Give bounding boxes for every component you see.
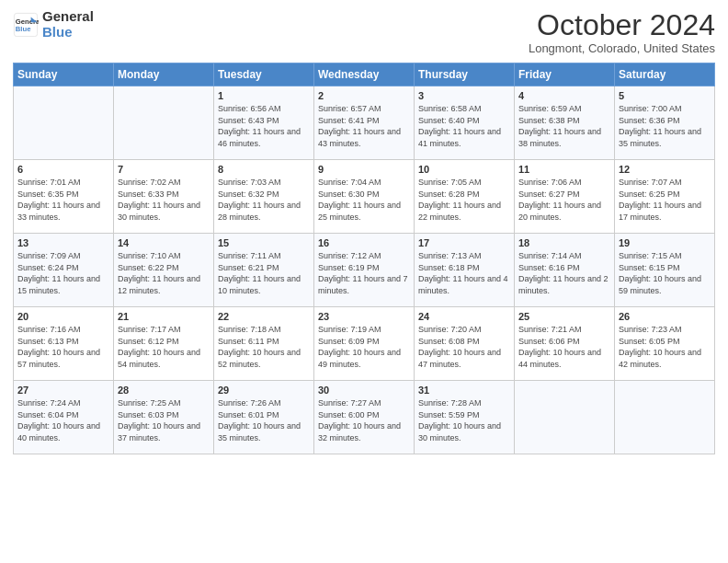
day-number: 3 — [418, 90, 510, 101]
calendar-cell: 30Sunrise: 7:27 AM Sunset: 6:00 PM Dayli… — [314, 381, 415, 454]
title-block: October 2024 Longmont, Colorado, United … — [529, 9, 715, 55]
header-thursday: Thursday — [415, 63, 515, 86]
day-info: Sunrise: 7:23 AM Sunset: 6:05 PM Dayligh… — [619, 324, 711, 370]
day-number: 21 — [118, 311, 210, 322]
day-info: Sunrise: 7:17 AM Sunset: 6:12 PM Dayligh… — [118, 324, 210, 370]
day-info: Sunrise: 7:19 AM Sunset: 6:09 PM Dayligh… — [318, 324, 410, 370]
day-info: Sunrise: 7:11 AM Sunset: 6:21 PM Dayligh… — [218, 250, 310, 296]
day-number: 5 — [619, 90, 711, 101]
logo-text: General Blue — [42, 9, 94, 40]
day-info: Sunrise: 6:58 AM Sunset: 6:40 PM Dayligh… — [418, 103, 510, 149]
day-info: Sunrise: 7:16 AM Sunset: 6:13 PM Dayligh… — [17, 324, 109, 370]
day-number: 8 — [218, 164, 310, 175]
day-number: 25 — [518, 311, 610, 322]
day-number: 26 — [619, 311, 711, 322]
calendar-table: Sunday Monday Tuesday Wednesday Thursday… — [13, 63, 715, 454]
header-saturday: Saturday — [615, 63, 715, 86]
calendar-cell: 29Sunrise: 7:26 AM Sunset: 6:01 PM Dayli… — [214, 381, 314, 454]
calendar-week-5: 27Sunrise: 7:24 AM Sunset: 6:04 PM Dayli… — [14, 381, 715, 454]
day-number: 27 — [17, 385, 109, 396]
day-number: 23 — [318, 311, 410, 322]
day-number: 6 — [17, 164, 109, 175]
day-number: 13 — [17, 237, 109, 248]
day-number: 18 — [518, 237, 610, 248]
day-number: 1 — [218, 90, 310, 101]
day-number: 24 — [418, 311, 510, 322]
day-info: Sunrise: 7:02 AM Sunset: 6:33 PM Dayligh… — [118, 177, 210, 223]
day-info: Sunrise: 7:01 AM Sunset: 6:35 PM Dayligh… — [17, 177, 109, 223]
day-info: Sunrise: 7:26 AM Sunset: 6:01 PM Dayligh… — [218, 397, 310, 443]
calendar-cell: 21Sunrise: 7:17 AM Sunset: 6:12 PM Dayli… — [114, 307, 214, 381]
day-number: 20 — [17, 311, 109, 322]
location-subtitle: Longmont, Colorado, United States — [529, 41, 715, 55]
day-info: Sunrise: 7:12 AM Sunset: 6:19 PM Dayligh… — [318, 250, 410, 296]
calendar-cell: 26Sunrise: 7:23 AM Sunset: 6:05 PM Dayli… — [615, 307, 715, 381]
calendar-cell: 20Sunrise: 7:16 AM Sunset: 6:13 PM Dayli… — [14, 307, 114, 381]
calendar-cell: 9Sunrise: 7:04 AM Sunset: 6:30 PM Daylig… — [314, 160, 415, 234]
calendar-week-2: 6Sunrise: 7:01 AM Sunset: 6:35 PM Daylig… — [14, 160, 715, 234]
day-info: Sunrise: 7:10 AM Sunset: 6:22 PM Dayligh… — [118, 250, 210, 296]
day-number: 12 — [619, 164, 711, 175]
day-number: 10 — [418, 164, 510, 175]
day-info: Sunrise: 7:18 AM Sunset: 6:11 PM Dayligh… — [218, 324, 310, 370]
calendar-cell: 24Sunrise: 7:20 AM Sunset: 6:08 PM Dayli… — [415, 307, 515, 381]
page-container: General Blue General Blue October 2024 L… — [0, 0, 728, 467]
calendar-cell: 17Sunrise: 7:13 AM Sunset: 6:18 PM Dayli… — [415, 234, 515, 307]
day-info: Sunrise: 7:27 AM Sunset: 6:00 PM Dayligh… — [318, 397, 410, 443]
calendar-cell: 8Sunrise: 7:03 AM Sunset: 6:32 PM Daylig… — [214, 160, 314, 234]
month-title: October 2024 — [529, 9, 715, 41]
calendar-cell: 27Sunrise: 7:24 AM Sunset: 6:04 PM Dayli… — [14, 381, 114, 454]
day-info: Sunrise: 6:56 AM Sunset: 6:43 PM Dayligh… — [218, 103, 310, 149]
calendar-cell: 22Sunrise: 7:18 AM Sunset: 6:11 PM Dayli… — [214, 307, 314, 381]
day-number: 2 — [318, 90, 410, 101]
header-friday: Friday — [515, 63, 615, 86]
header-tuesday: Tuesday — [214, 63, 314, 86]
day-info: Sunrise: 7:00 AM Sunset: 6:36 PM Dayligh… — [619, 103, 711, 149]
calendar-cell: 12Sunrise: 7:07 AM Sunset: 6:25 PM Dayli… — [615, 160, 715, 234]
calendar-cell: 25Sunrise: 7:21 AM Sunset: 6:06 PM Dayli… — [515, 307, 615, 381]
logo-icon: General Blue — [13, 12, 39, 38]
day-number: 7 — [118, 164, 210, 175]
day-number: 14 — [118, 237, 210, 248]
logo: General Blue General Blue — [13, 9, 94, 40]
calendar-cell — [114, 86, 214, 160]
day-number: 22 — [218, 311, 310, 322]
day-number: 19 — [619, 237, 711, 248]
day-number: 9 — [318, 164, 410, 175]
day-number: 15 — [218, 237, 310, 248]
svg-text:Blue: Blue — [16, 25, 31, 33]
day-info: Sunrise: 7:28 AM Sunset: 5:59 PM Dayligh… — [418, 397, 510, 443]
calendar-cell: 13Sunrise: 7:09 AM Sunset: 6:24 PM Dayli… — [14, 234, 114, 307]
day-info: Sunrise: 7:07 AM Sunset: 6:25 PM Dayligh… — [619, 177, 711, 223]
calendar-cell: 4Sunrise: 6:59 AM Sunset: 6:38 PM Daylig… — [515, 86, 615, 160]
day-number: 17 — [418, 237, 510, 248]
day-info: Sunrise: 7:21 AM Sunset: 6:06 PM Dayligh… — [518, 324, 610, 370]
day-number: 28 — [118, 385, 210, 396]
days-header-row: Sunday Monday Tuesday Wednesday Thursday… — [14, 63, 715, 86]
calendar-cell: 16Sunrise: 7:12 AM Sunset: 6:19 PM Dayli… — [314, 234, 415, 307]
calendar-cell: 11Sunrise: 7:06 AM Sunset: 6:27 PM Dayli… — [515, 160, 615, 234]
calendar-week-3: 13Sunrise: 7:09 AM Sunset: 6:24 PM Dayli… — [14, 234, 715, 307]
calendar-cell: 5Sunrise: 7:00 AM Sunset: 6:36 PM Daylig… — [615, 86, 715, 160]
day-info: Sunrise: 7:03 AM Sunset: 6:32 PM Dayligh… — [218, 177, 310, 223]
day-info: Sunrise: 7:25 AM Sunset: 6:03 PM Dayligh… — [118, 397, 210, 443]
day-number: 30 — [318, 385, 410, 396]
day-info: Sunrise: 7:13 AM Sunset: 6:18 PM Dayligh… — [418, 250, 510, 296]
day-number: 16 — [318, 237, 410, 248]
calendar-cell: 1Sunrise: 6:56 AM Sunset: 6:43 PM Daylig… — [214, 86, 314, 160]
header-sunday: Sunday — [14, 63, 114, 86]
calendar-cell: 2Sunrise: 6:57 AM Sunset: 6:41 PM Daylig… — [314, 86, 415, 160]
header-wednesday: Wednesday — [314, 63, 415, 86]
day-info: Sunrise: 7:05 AM Sunset: 6:28 PM Dayligh… — [418, 177, 510, 223]
day-number: 11 — [518, 164, 610, 175]
calendar-week-1: 1Sunrise: 6:56 AM Sunset: 6:43 PM Daylig… — [14, 86, 715, 160]
day-number: 4 — [518, 90, 610, 101]
calendar-cell — [14, 86, 114, 160]
day-number: 29 — [218, 385, 310, 396]
day-info: Sunrise: 6:57 AM Sunset: 6:41 PM Dayligh… — [318, 103, 410, 149]
day-info: Sunrise: 6:59 AM Sunset: 6:38 PM Dayligh… — [518, 103, 610, 149]
day-info: Sunrise: 7:09 AM Sunset: 6:24 PM Dayligh… — [17, 250, 109, 296]
calendar-cell: 28Sunrise: 7:25 AM Sunset: 6:03 PM Dayli… — [114, 381, 214, 454]
calendar-cell: 23Sunrise: 7:19 AM Sunset: 6:09 PM Dayli… — [314, 307, 415, 381]
calendar-cell: 18Sunrise: 7:14 AM Sunset: 6:16 PM Dayli… — [515, 234, 615, 307]
